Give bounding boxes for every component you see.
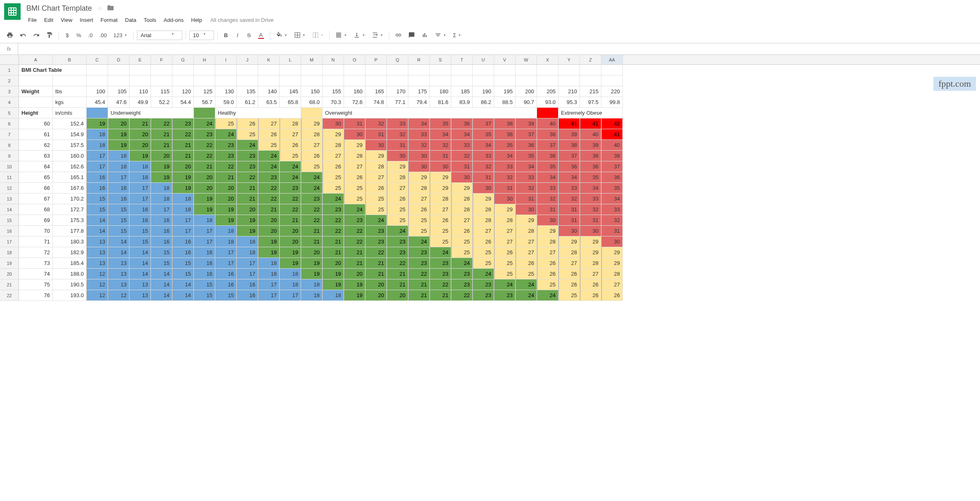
cell[interactable]: 21: [387, 279, 408, 290]
cell[interactable]: [516, 76, 537, 86]
cell[interactable]: 22: [258, 183, 280, 194]
cell[interactable]: 15: [151, 247, 172, 258]
cell[interactable]: 29: [344, 140, 365, 151]
menu-view[interactable]: View: [57, 15, 75, 25]
cell[interactable]: 19: [301, 258, 323, 269]
cell[interactable]: 20: [237, 204, 258, 215]
cell[interactable]: 81.6: [430, 97, 451, 108]
cell[interactable]: [53, 76, 87, 86]
cell[interactable]: 16: [194, 247, 215, 258]
cell[interactable]: 26: [237, 118, 258, 129]
cell[interactable]: 165.1: [53, 172, 87, 183]
cell[interactable]: 21: [344, 247, 365, 258]
cell[interactable]: 17: [108, 172, 130, 183]
cell[interactable]: 25: [344, 183, 365, 194]
cell[interactable]: 150: [301, 86, 323, 97]
insert-comment-button[interactable]: [406, 30, 417, 40]
cell[interactable]: [494, 65, 516, 76]
cell[interactable]: 26: [558, 279, 580, 290]
cell[interactable]: 97.5: [580, 97, 601, 108]
cell[interactable]: 34: [537, 172, 558, 183]
filter-button[interactable]: ▼: [432, 30, 449, 40]
cell[interactable]: 23: [365, 236, 387, 247]
cell[interactable]: 15: [108, 215, 130, 226]
cell[interactable]: 99.8: [601, 97, 623, 108]
cell[interactable]: 25: [344, 194, 365, 204]
cell[interactable]: 18: [215, 236, 237, 247]
cell[interactable]: 36: [451, 118, 473, 129]
cell[interactable]: 193.0: [53, 290, 87, 301]
cell[interactable]: 25: [451, 247, 473, 258]
cell[interactable]: [151, 65, 172, 76]
cell[interactable]: 19: [215, 215, 237, 226]
cell[interactable]: kgs: [53, 97, 87, 108]
col-header-Q[interactable]: Q: [387, 55, 408, 64]
cell[interactable]: 19: [172, 183, 194, 194]
cell[interactable]: 28: [473, 204, 494, 215]
cell[interactable]: 26: [451, 226, 473, 236]
cell[interactable]: 25: [215, 118, 237, 129]
cell[interactable]: 23: [451, 269, 473, 279]
cell[interactable]: 21: [237, 194, 258, 204]
cell[interactable]: [151, 76, 172, 86]
cell[interactable]: [87, 65, 108, 76]
cell[interactable]: 16: [151, 236, 172, 247]
cell[interactable]: 37: [473, 118, 494, 129]
cell[interactable]: 20: [365, 290, 387, 301]
cell[interactable]: [172, 65, 194, 76]
cell[interactable]: 182.9: [53, 247, 87, 258]
row-header-15[interactable]: 15: [0, 215, 19, 226]
cell[interactable]: 19: [280, 247, 301, 258]
row-header-4[interactable]: 4: [0, 97, 19, 108]
cell[interactable]: 22: [408, 269, 430, 279]
row-header-21[interactable]: 21: [0, 279, 19, 290]
col-header-W[interactable]: W: [516, 55, 537, 64]
cell[interactable]: 30: [516, 204, 537, 215]
cell[interactable]: 16: [237, 279, 258, 290]
cell[interactable]: [408, 65, 430, 76]
cell[interactable]: 18: [151, 194, 172, 204]
cell[interactable]: 30: [580, 226, 601, 236]
cell[interactable]: 32: [430, 140, 451, 151]
cell[interactable]: 73: [19, 258, 53, 269]
cell[interactable]: 12: [108, 290, 130, 301]
cell[interactable]: 17: [280, 290, 301, 301]
cell[interactable]: 24: [344, 204, 365, 215]
cell[interactable]: [430, 65, 451, 76]
cell[interactable]: 23: [473, 279, 494, 290]
cell[interactable]: 145: [280, 86, 301, 97]
undo-icon[interactable]: [17, 30, 29, 40]
font-size-select[interactable]: 10▼: [189, 31, 214, 40]
cell[interactable]: 23: [430, 269, 451, 279]
col-header-H[interactable]: H: [194, 55, 215, 64]
cell[interactable]: 190: [473, 86, 494, 97]
col-header-U[interactable]: U: [473, 55, 494, 64]
cell[interactable]: 16: [237, 290, 258, 301]
cell[interactable]: 37: [516, 129, 537, 140]
cell[interactable]: [172, 76, 194, 86]
cell[interactable]: 24: [365, 215, 387, 226]
cell[interactable]: 175: [408, 86, 430, 97]
cell[interactable]: 69: [19, 215, 53, 226]
cell[interactable]: 29: [537, 226, 558, 236]
row-header-14[interactable]: 14: [0, 204, 19, 215]
borders-button[interactable]: ▼: [292, 30, 308, 40]
cell[interactable]: 25: [451, 236, 473, 247]
cell[interactable]: 21: [408, 279, 430, 290]
cell[interactable]: 70.3: [323, 97, 344, 108]
cell[interactable]: 27: [344, 161, 365, 172]
col-header-M[interactable]: M: [301, 55, 323, 64]
cell[interactable]: 14: [130, 269, 151, 279]
cell[interactable]: 19: [151, 172, 172, 183]
cell[interactable]: [108, 76, 130, 86]
cell[interactable]: 29: [558, 236, 580, 247]
row-header-5[interactable]: 5: [0, 108, 19, 118]
cell[interactable]: 25: [237, 129, 258, 140]
cell[interactable]: 16: [87, 183, 108, 194]
col-header-AA[interactable]: AA: [601, 55, 623, 64]
cell[interactable]: 42: [601, 118, 623, 129]
cell[interactable]: 32: [558, 194, 580, 204]
cell[interactable]: 86.2: [473, 97, 494, 108]
cell[interactable]: 27: [365, 172, 387, 183]
cell[interactable]: 18: [237, 236, 258, 247]
